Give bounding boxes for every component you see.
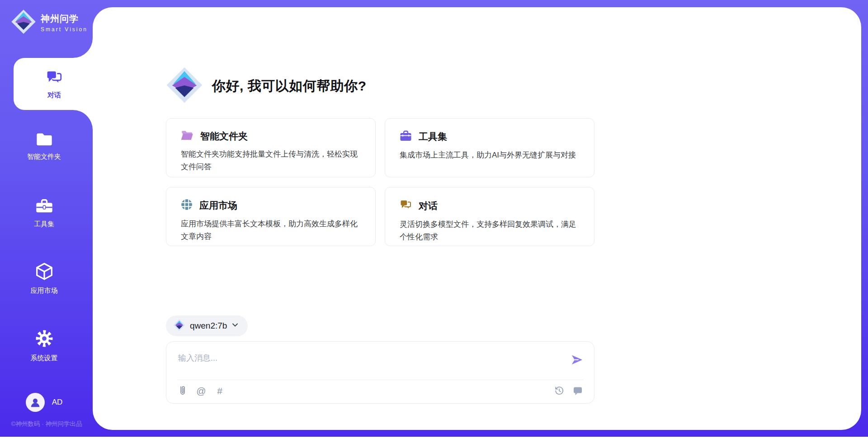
greeting-text: 你好, 我可以如何帮助你?: [212, 77, 367, 95]
greeting: 你好, 我可以如何帮助你?: [166, 67, 594, 105]
model-name: qwen2:7b: [190, 321, 227, 331]
card-title: 对话: [419, 200, 438, 212]
card-title: 智能文件夹: [200, 130, 248, 143]
avatar: [26, 393, 45, 412]
card-description: 应用市场提供丰富长文本模板，助力高效生成多样化文章内容: [181, 218, 363, 243]
hashtag-icon[interactable]: #: [214, 385, 225, 396]
history-icon[interactable]: [554, 385, 565, 396]
gear-icon: [34, 329, 54, 350]
cube-icon: [35, 262, 54, 283]
sidebar-item-app-market[interactable]: 应用市场: [0, 262, 88, 295]
card-description: 智能文件夹功能支持批量文件上传与清洗，轻松实现文件问答: [181, 148, 363, 173]
sidebar-item-toolset[interactable]: 工具集: [0, 197, 88, 229]
sidebar-item-label: 对话: [47, 91, 61, 100]
send-icon[interactable]: [570, 353, 584, 367]
brand-name: 神州问学: [41, 13, 88, 25]
brand-subtitle: Smart Vision: [41, 26, 88, 33]
chat-bubbles-icon: [46, 69, 63, 88]
brand-logo-icon: [11, 9, 36, 36]
feature-cards: 智能文件夹 智能文件夹功能支持批量文件上传与清洗，轻松实现文件问答: [166, 118, 594, 246]
main-content: 你好, 我可以如何帮助你? 智能文件夹 智能文件夹功能支持批量文件上传与清洗，轻…: [166, 67, 594, 246]
card-toolset[interactable]: 工具集 集成市场上主流工具，助力AI与外界无缝扩展与对接: [385, 118, 594, 177]
chat-bubble-icon[interactable]: [572, 385, 583, 396]
grid-pie-icon: [181, 199, 193, 212]
sidebar-item-label: 智能文件夹: [27, 153, 61, 161]
sidebar-item-settings[interactable]: 系统设置: [0, 329, 88, 363]
card-description: 集成市场上主流工具，助力AI与外界无缝扩展与对接: [400, 149, 581, 162]
folder-icon: [35, 132, 53, 149]
sidebar-item-label: 系统设置: [31, 354, 58, 363]
sidebar-item-label: 工具集: [34, 220, 54, 229]
sidebar-item-smart-folder[interactable]: 智能文件夹: [0, 132, 88, 161]
sidebar-footer-text: ©神州数码 · 神州问学出品: [4, 420, 90, 428]
divider: [177, 380, 583, 380]
card-chat[interactable]: 对话 灵活切换多模型文件，支持多样回复效果调试，满足个性化需求: [385, 187, 594, 246]
card-title: 工具集: [419, 130, 447, 143]
attachment-icon[interactable]: [177, 385, 188, 396]
sidebar: 神州问学 Smart Vision 对话 智: [0, 0, 93, 437]
chat-bubbles-icon: [400, 199, 412, 213]
briefcase-icon: [400, 130, 412, 143]
card-title: 应用市场: [199, 199, 237, 212]
composer: qwen2:7b: [166, 315, 594, 404]
assistant-logo-icon: [166, 67, 203, 105]
folder-open-icon: [181, 130, 193, 143]
sidebar-item-chat[interactable]: 对话: [14, 58, 95, 110]
card-description: 灵活切换多模型文件，支持多样回复效果调试，满足个性化需求: [400, 218, 581, 243]
user-account[interactable]: AD: [0, 393, 88, 412]
chevron-down-icon: [231, 321, 239, 330]
sidebar-item-label: 应用市场: [31, 286, 58, 295]
user-name: AD: [52, 398, 63, 407]
message-input-card: @ #: [166, 341, 594, 404]
mention-icon[interactable]: @: [196, 385, 207, 396]
message-input[interactable]: [178, 350, 540, 366]
model-selector[interactable]: qwen2:7b: [166, 315, 248, 336]
app-window: 神州问学 Smart Vision 对话 智: [0, 0, 868, 439]
card-app-market[interactable]: 应用市场 应用市场提供丰富长文本模板，助力高效生成多样化文章内容: [166, 187, 376, 246]
brand: 神州问学 Smart Vision: [11, 9, 88, 36]
model-logo-icon: [173, 319, 185, 333]
briefcase-icon: [35, 197, 54, 216]
card-smart-folder[interactable]: 智能文件夹 智能文件夹功能支持批量文件上传与清洗，轻松实现文件问答: [166, 118, 376, 177]
